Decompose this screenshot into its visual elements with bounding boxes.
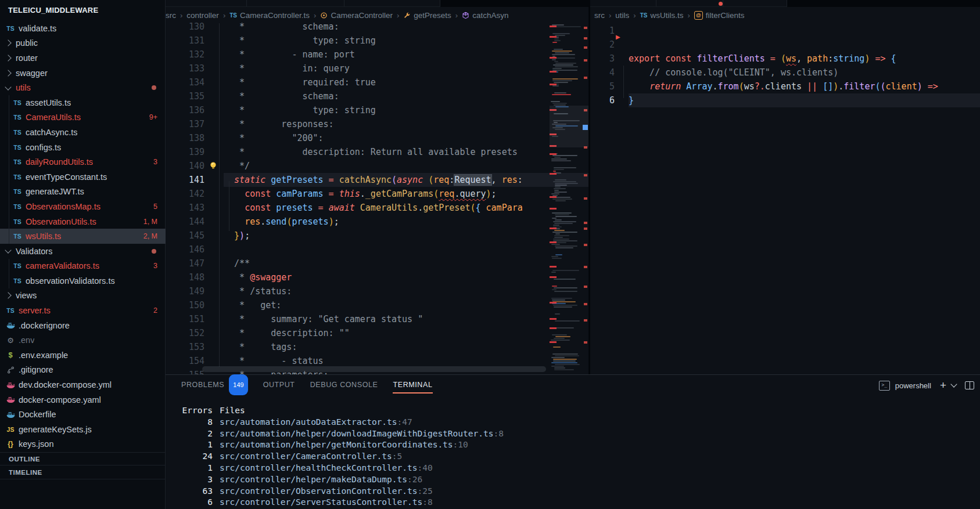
code-line[interactable]: 140 */ xyxy=(166,159,588,173)
explorer-item[interactable]: TSwsUtils.ts2, M xyxy=(0,229,166,244)
code-line[interactable]: 4 // console.log("CLEINT", ws.clients) xyxy=(590,66,980,80)
new-terminal-button[interactable]: + xyxy=(940,379,946,392)
explorer-item[interactable]: TSassetUtils.ts xyxy=(0,95,166,110)
code-line[interactable]: 148 * @swagger xyxy=(166,270,588,284)
explorer-item-label: router xyxy=(16,53,38,63)
panel-tab-debug-console[interactable]: DEBUG CONSOLE xyxy=(310,375,378,395)
explorer-item[interactable]: TSserver.ts2 xyxy=(0,303,166,318)
docker-blue-icon xyxy=(5,322,16,329)
braces-icon: {} xyxy=(5,440,16,448)
line-number: 133 xyxy=(166,62,204,75)
code-line[interactable]: 136 * type: string xyxy=(166,103,588,117)
explorer-item[interactable]: Dockerfile xyxy=(0,407,166,422)
explorer-item[interactable]: TSvalidate.ts xyxy=(0,21,166,36)
code-line[interactable]: 150 * get: xyxy=(166,298,588,312)
code-line[interactable]: 146 xyxy=(166,243,588,257)
gutter-decoration xyxy=(204,117,224,131)
explorer-item[interactable]: TSgenerateJWT.ts xyxy=(0,185,166,200)
code-line[interactable]: 139 * description: Return all available … xyxy=(166,145,588,159)
editor-tab[interactable] xyxy=(166,0,247,7)
breadcrumb-item[interactable]: src xyxy=(166,11,176,20)
code-line[interactable]: 6} xyxy=(590,93,980,107)
lightbulb-icon[interactable] xyxy=(209,161,217,170)
editor-tab[interactable] xyxy=(247,0,344,7)
breadcrumb-item[interactable]: getPresets xyxy=(403,11,451,20)
minimap[interactable] xyxy=(550,23,582,371)
code-line[interactable]: 135 * schema: xyxy=(166,89,588,103)
explorer-item[interactable]: views xyxy=(0,288,166,304)
breadcrumb-item[interactable]: controller xyxy=(186,11,219,20)
code-line[interactable]: 132 * - name: port xyxy=(166,48,588,62)
code-line[interactable]: 152 * description: "" xyxy=(166,326,588,340)
code-editor-right[interactable]: 123export const filterClients = (ws, pat… xyxy=(590,24,980,374)
editor-tab[interactable] xyxy=(656,0,723,7)
editor-tab[interactable] xyxy=(590,0,656,7)
editor-tab[interactable] xyxy=(723,0,787,7)
file-line-number: :26 xyxy=(407,474,422,486)
code-line[interactable]: 151 * summary: "Get camera status " xyxy=(166,312,588,326)
shell-name[interactable]: powershell xyxy=(895,381,931,390)
minimap-texture xyxy=(552,212,572,214)
line-number: 153 xyxy=(166,340,204,354)
breadcrumb-label: controller xyxy=(186,11,219,20)
breadcrumb-item[interactable]: src xyxy=(594,11,605,20)
explorer-item[interactable]: ⚙.env xyxy=(0,333,166,348)
explorer-item[interactable]: docker-compose.yaml xyxy=(0,392,166,407)
explorer-item[interactable]: swagger xyxy=(0,66,166,81)
explorer-item[interactable]: .dockerignore xyxy=(0,318,166,333)
explorer-item[interactable]: Validators xyxy=(0,244,166,259)
explorer-item[interactable]: TSconfigs.ts xyxy=(0,140,166,155)
panel-tab-problems[interactable]: PROBLEMS149 xyxy=(181,375,248,395)
explorer-item[interactable]: TSeventTypeConstant.ts xyxy=(0,169,166,185)
code-line[interactable]: 3export const filterClients = (ws, path:… xyxy=(590,52,980,66)
explorer-item[interactable]: .gitignore xyxy=(0,363,166,378)
code-line[interactable]: 133 * in: query xyxy=(166,62,588,75)
explorer-item[interactable]: public xyxy=(0,36,166,51)
code-line[interactable]: 138 * "200": xyxy=(166,131,588,145)
indent-guide xyxy=(229,181,229,231)
explorer-item[interactable]: TSCameraUtils.ts9+ xyxy=(0,110,166,125)
explorer-item[interactable]: router xyxy=(0,50,166,66)
code-line[interactable]: 147 /** xyxy=(166,257,588,270)
code-line[interactable]: 1 xyxy=(590,24,980,38)
explorer-item[interactable]: utils xyxy=(0,80,166,95)
outline-section-header[interactable]: OUTLINE xyxy=(0,452,166,465)
editor-tab[interactable] xyxy=(344,0,440,7)
explorer-item[interactable]: JSgenerateKeySets.js xyxy=(0,422,166,437)
explorer-project-title[interactable]: TELEICU_MIDDLEWARE xyxy=(8,6,98,15)
breadcrumb-item[interactable]: @filterClients xyxy=(694,11,745,20)
explorer-item[interactable]: TScameraValidators.ts3 xyxy=(0,259,166,274)
code-line[interactable]: 130 * schema: xyxy=(166,20,588,34)
explorer-item[interactable]: TSobservationValidators.ts xyxy=(0,273,166,288)
code-line[interactable]: 149 * /status: xyxy=(166,284,588,298)
explorer-item[interactable]: dev.docker-compose.yml xyxy=(0,377,166,392)
code-line[interactable]: 131 * type: string xyxy=(166,34,588,48)
panel-tab-output[interactable]: OUTPUT xyxy=(263,375,295,395)
minimap-slider[interactable] xyxy=(550,106,588,147)
code-line[interactable]: 5 return Array.from(ws?.clients || []).f… xyxy=(590,80,980,93)
explorer-item[interactable]: $.env.example xyxy=(0,348,166,363)
split-terminal-button[interactable] xyxy=(965,381,974,389)
timeline-section-header[interactable]: TIMELINE xyxy=(0,465,166,479)
panel-tab-terminal[interactable]: TERMINAL xyxy=(393,375,432,395)
explorer-item[interactable]: TScatchAsync.ts xyxy=(0,125,166,140)
horizontal-scrollbar[interactable] xyxy=(202,366,546,372)
gutter-decoration xyxy=(204,145,224,159)
breadcrumb-item[interactable]: TSwsUtils.ts xyxy=(640,11,684,20)
breadcrumb-item[interactable]: utils xyxy=(615,11,629,20)
explorer-item[interactable]: TSObservationUtils.ts1, M xyxy=(0,214,166,229)
breadcrumb-item[interactable]: catchAsyn xyxy=(462,11,508,20)
code-line[interactable]: 2 xyxy=(590,38,980,52)
chevron-right-icon xyxy=(5,70,11,76)
terminal-dropdown-chevron-icon[interactable] xyxy=(950,381,957,387)
code-line-body: // console.log("CLEINT", ws.clients) xyxy=(629,66,980,80)
explorer-item[interactable]: TSObservationsMap.ts5 xyxy=(0,199,166,214)
breadcrumb-item[interactable]: CameraController xyxy=(320,11,393,20)
explorer-item[interactable]: TSdailyRoundUtils.ts3 xyxy=(0,154,166,169)
code-line[interactable]: 134 * required: true xyxy=(166,75,588,89)
breadcrumb-item[interactable]: TSCameraController.ts xyxy=(229,11,310,20)
chevron-down-icon xyxy=(5,84,11,90)
code-line[interactable]: 153 * tags: xyxy=(166,340,588,354)
explorer-item[interactable]: {}keys.json xyxy=(0,437,166,452)
code-line[interactable]: 137 * responses: xyxy=(166,117,588,131)
